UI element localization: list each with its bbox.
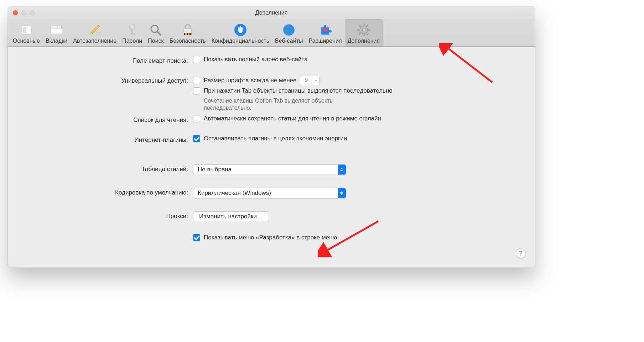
switch-icon xyxy=(19,22,34,38)
pencil-icon xyxy=(87,22,103,38)
tab-label: Вкладки xyxy=(46,38,67,44)
smart-search-label: Поле смарт-поиска: xyxy=(22,56,193,65)
svg-point-10 xyxy=(131,26,133,28)
chevron-down-icon xyxy=(312,76,319,85)
min-font-size-stepper[interactable]: 9 xyxy=(300,76,320,85)
svg-rect-12 xyxy=(131,33,134,35)
default-encoding-popup[interactable]: Кириллическая (Windows) xyxy=(193,188,346,198)
tab-label: Автозаполнение xyxy=(73,38,116,44)
updown-icon xyxy=(338,188,346,198)
default-encoding-label: Кодировка по умолчанию: xyxy=(22,188,193,197)
universal-access-label: Универсальный доступ: xyxy=(22,76,193,85)
tab-websites[interactable]: Веб-сайты xyxy=(272,19,306,46)
tab-label: Расширения xyxy=(309,38,342,44)
tab-advanced[interactable]: Дополнения xyxy=(345,19,383,46)
svg-rect-26 xyxy=(363,24,364,26)
svg-rect-19 xyxy=(189,33,191,35)
tab-search[interactable]: Поиск xyxy=(145,19,166,46)
tab-label: Дополнения xyxy=(348,38,380,44)
tab-label: Безопасность xyxy=(170,38,206,44)
svg-rect-27 xyxy=(363,34,364,36)
tab-highlight-hint: Сочетание клавиш Option-Tab выделяет объ… xyxy=(193,97,357,112)
reading-list-label: Список для чтения: xyxy=(22,115,193,124)
key-icon xyxy=(124,22,140,38)
tab-label: Пароли xyxy=(122,38,142,44)
svg-rect-17 xyxy=(184,33,185,35)
style-sheet-label: Таблица стилей: xyxy=(22,164,193,173)
tab-privacy[interactable]: Конфиденциальность xyxy=(209,19,272,46)
style-sheet-popup[interactable]: Не выбрана xyxy=(193,164,346,175)
stop-plugins-text: Останавливать плагины в целях экономии э… xyxy=(204,135,347,142)
preferences-window: Дополнения Основные + Вкладки Автозаполн… xyxy=(8,6,535,268)
show-full-url-text: Показывать полный адрес веб-сайта xyxy=(204,56,308,63)
svg-rect-29 xyxy=(368,29,370,31)
preferences-toolbar: Основные + Вкладки Автозаполнение Пароли xyxy=(8,19,535,47)
min-font-size-checkbox[interactable] xyxy=(193,77,200,84)
show-full-url-checkbox[interactable] xyxy=(193,56,200,63)
tab-tabs[interactable]: + Вкладки xyxy=(43,19,70,46)
puzzle-icon xyxy=(317,22,333,38)
min-font-size-value: 9 xyxy=(300,76,312,85)
min-font-size-text: Размер шрифта всегда не менее xyxy=(204,77,296,84)
show-develop-menu-text: Показывать меню «Разработка» в строке ме… xyxy=(204,234,337,241)
save-offline-text: Автоматически сохранять статьи для чтени… xyxy=(204,115,381,122)
search-icon xyxy=(148,22,163,38)
tab-label: Основные xyxy=(13,38,40,44)
tab-label: Конфиденциальность xyxy=(212,38,269,44)
svg-text:+: + xyxy=(61,25,62,29)
proxies-label: Прокси: xyxy=(22,211,193,221)
internet-plugins-label: Интернет-плагины: xyxy=(22,135,193,144)
tab-security[interactable]: Безопасность xyxy=(167,19,209,46)
lock-icon xyxy=(180,22,196,38)
hand-icon xyxy=(233,22,248,38)
tab-highlight-text: При нажатии Tab объекты страницы выделяю… xyxy=(204,87,393,94)
svg-point-25 xyxy=(362,28,365,31)
svg-line-14 xyxy=(157,32,161,35)
tab-label: Поиск xyxy=(148,38,163,44)
tab-extensions[interactable]: Расширения xyxy=(306,19,345,46)
svg-rect-28 xyxy=(358,29,360,31)
svg-rect-30 xyxy=(359,25,361,27)
svg-rect-1 xyxy=(23,27,26,33)
default-encoding-value: Кириллическая (Windows) xyxy=(193,190,275,197)
change-proxy-settings-button[interactable]: Изменить настройки… xyxy=(193,211,269,222)
tabs-icon: + xyxy=(49,22,64,38)
tab-label: Веб-сайты xyxy=(275,38,303,44)
save-offline-checkbox[interactable] xyxy=(193,115,200,122)
help-button[interactable]: ? xyxy=(516,248,526,258)
tab-highlight-checkbox[interactable] xyxy=(193,87,200,94)
stop-plugins-checkbox[interactable] xyxy=(193,135,200,142)
tab-passwords[interactable]: Пароли xyxy=(119,19,145,46)
globe-icon xyxy=(281,22,297,38)
style-sheet-value: Не выбрана xyxy=(193,166,236,173)
window-title: Дополнения xyxy=(8,10,535,16)
gear-icon xyxy=(356,22,372,38)
svg-rect-18 xyxy=(187,33,188,35)
tab-autofill[interactable]: Автозаполнение xyxy=(70,19,119,46)
advanced-pane: Поле смарт-поиска: Показывать полный адр… xyxy=(8,47,535,268)
svg-marker-7 xyxy=(91,25,100,33)
show-develop-menu-checkbox[interactable] xyxy=(193,234,200,241)
svg-rect-32 xyxy=(366,25,368,27)
help-icon: ? xyxy=(519,250,523,257)
svg-rect-0 xyxy=(21,26,31,34)
tab-general[interactable]: Основные xyxy=(10,19,43,46)
updown-icon xyxy=(338,165,346,175)
titlebar: Дополнения xyxy=(8,6,535,19)
